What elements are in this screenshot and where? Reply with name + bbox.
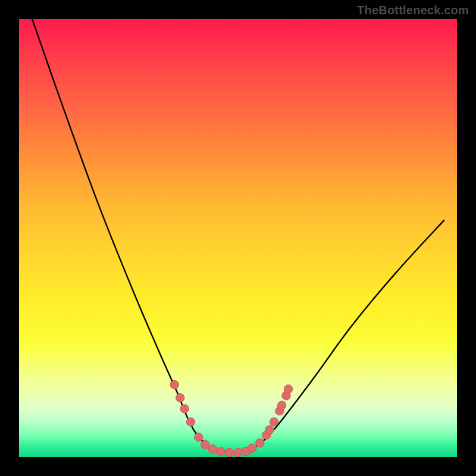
curve-marker	[284, 385, 292, 393]
curve-marker	[270, 418, 278, 426]
curve-marker	[176, 393, 184, 402]
curve-marker	[225, 448, 233, 456]
curve-marker	[201, 440, 209, 449]
chart-frame: TheBottleneck.com	[0, 0, 476, 476]
curve-layer	[19, 19, 457, 457]
bottleneck-curve	[32, 19, 444, 453]
curve-markers	[170, 380, 293, 456]
curve-marker	[170, 380, 178, 389]
curve-marker	[277, 401, 286, 409]
curve-marker	[234, 448, 242, 456]
plot-area	[19, 19, 457, 457]
curve-marker	[256, 439, 264, 447]
curve-marker	[208, 445, 217, 453]
watermark-text: TheBottleneck.com	[357, 4, 469, 17]
curve-marker	[248, 444, 256, 452]
curve-marker	[195, 433, 203, 441]
curve-marker	[216, 447, 224, 456]
curve-marker	[180, 405, 189, 413]
curve-marker	[265, 425, 274, 434]
curve-marker	[186, 418, 195, 426]
